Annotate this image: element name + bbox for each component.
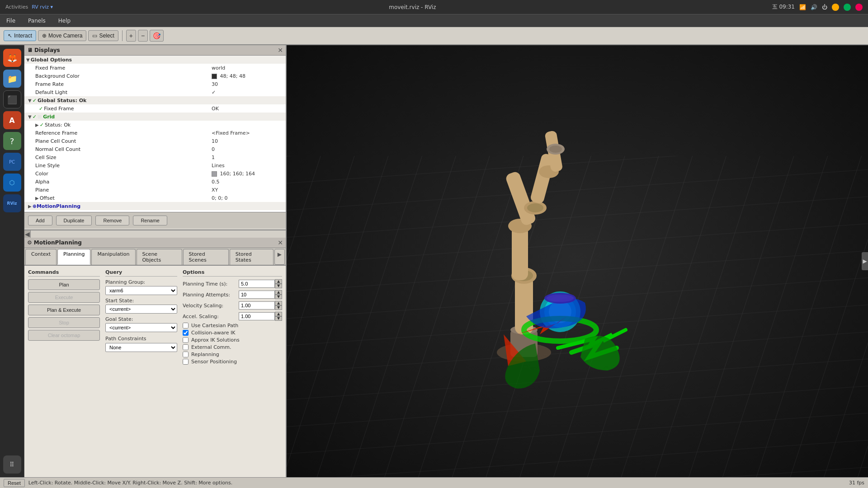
select-button[interactable]: ▭ Select	[88, 30, 118, 41]
sensor-positioning-row[interactable]: Sensor Positioning	[183, 359, 282, 365]
close-button[interactable]	[855, 4, 863, 11]
path-constraints-select[interactable]: None	[105, 343, 177, 352]
reset-button[interactable]: Reset	[4, 479, 25, 487]
use-cartesian-row[interactable]: Use Cartesian Path	[183, 323, 282, 328]
select-label: Select	[99, 33, 114, 39]
right-edge-button[interactable]: ▶	[862, 252, 868, 270]
planning-attempts-down[interactable]: ▼	[275, 295, 282, 299]
line-style-row[interactable]: Line Style Lines	[24, 161, 286, 169]
stop-button[interactable]: Stop	[28, 317, 100, 328]
displays-close-button[interactable]: ✕	[278, 47, 283, 54]
tab-stored-scenes[interactable]: Stored Scenes	[183, 249, 229, 265]
statusbar: Reset Left-Click: Rotate. Middle-Click: …	[0, 477, 868, 488]
accel-down[interactable]: ▼	[275, 316, 282, 321]
default-light-row[interactable]: Default Light ✓	[24, 88, 286, 96]
grid-status-row[interactable]: ▶ ✓ Status: Ok	[24, 121, 286, 129]
dock-libreoffice[interactable]: A	[3, 111, 21, 129]
collapse-button[interactable]: ◀	[24, 230, 31, 238]
query-label: Query	[105, 269, 177, 277]
tab-scene-objects[interactable]: Scene Objects	[137, 249, 182, 265]
tab-manipulation[interactable]: Manipulation	[91, 249, 135, 265]
zoom-in-button[interactable]: +	[126, 30, 136, 42]
planning-attempts-spinbox: 10 ▲ ▼	[239, 290, 282, 299]
3d-viewport[interactable]: ▶	[287, 45, 868, 477]
planning-time-input[interactable]: 5.0	[239, 280, 275, 288]
mp-tree-row[interactable]: ▶ ⊕ MotionPlanning	[24, 202, 286, 210]
alpha-row[interactable]: Alpha 0.5	[24, 178, 286, 186]
power-icon: ⏻	[822, 4, 827, 10]
replanning-checkbox[interactable]	[183, 352, 189, 357]
dock-firefox[interactable]: 🦊	[3, 49, 21, 67]
plan-button[interactable]: Plan	[28, 279, 100, 290]
menu-help[interactable]: Help	[56, 17, 73, 25]
global-status-row[interactable]: ▼ ✓ Global Status: Ok	[24, 96, 286, 104]
offset-row[interactable]: ▶ Offset 0; 0; 0	[24, 194, 286, 202]
gs-fixed-frame-row[interactable]: ✓ Fixed Frame OK	[24, 104, 286, 113]
planning-time-up[interactable]: ▲	[275, 279, 282, 284]
dock-pycharm[interactable]: PC	[3, 153, 21, 171]
maximize-button[interactable]	[844, 4, 851, 11]
plane-row[interactable]: Plane XY	[24, 186, 286, 194]
bg-color-key: Background Color	[35, 73, 212, 79]
frame-rate-row[interactable]: Frame Rate 30	[24, 80, 286, 88]
add-button[interactable]: Add	[28, 216, 52, 225]
tab-planning[interactable]: Planning	[57, 249, 90, 265]
accel-up[interactable]: ▲	[275, 312, 282, 316]
planning-attempts-up[interactable]: ▲	[275, 290, 282, 295]
app-indicator[interactable]: RV rviz ▾	[32, 4, 53, 10]
replanning-row[interactable]: Replanning	[183, 352, 282, 357]
fixed-frame-row[interactable]: Fixed Frame world	[24, 64, 286, 72]
default-light-key: Default Light	[35, 89, 212, 95]
mp-panel-close-button[interactable]: ✕	[278, 239, 283, 246]
planning-time-down[interactable]: ▼	[275, 284, 282, 288]
sensor-positioning-checkbox[interactable]	[183, 359, 189, 365]
velocity-up[interactable]: ▲	[275, 301, 282, 305]
collision-aware-checkbox[interactable]	[183, 330, 189, 336]
execute-button[interactable]: Execute	[28, 292, 100, 303]
dock-rviz[interactable]: RViz	[3, 194, 21, 212]
tab-stored-states[interactable]: Stored States	[230, 249, 274, 265]
dock-terminal[interactable]: ⬛	[3, 90, 21, 108]
external-comm-row[interactable]: External Comm.	[183, 344, 282, 350]
dock-apps[interactable]: ⠿	[3, 455, 21, 474]
approx-ik-checkbox[interactable]	[183, 337, 189, 343]
dock-help[interactable]: ?	[3, 132, 21, 150]
start-state-select[interactable]: <current>	[105, 305, 177, 314]
velocity-down[interactable]: ▼	[275, 305, 282, 310]
accel-scaling-input[interactable]: 1.00	[239, 312, 275, 320]
use-cartesian-checkbox[interactable]	[183, 323, 189, 328]
clear-octomap-button[interactable]: Clear octomap	[28, 330, 100, 341]
ref-frame-row[interactable]: Reference Frame <Fixed Frame>	[24, 129, 286, 137]
minimize-button[interactable]	[832, 4, 839, 11]
interact-button[interactable]: ↖ Interact	[4, 30, 36, 41]
collision-aware-row[interactable]: Collision-aware IK	[183, 330, 282, 336]
duplicate-button[interactable]: Duplicate	[56, 216, 92, 225]
global-options-row[interactable]: ▼ Global Options	[24, 56, 286, 64]
view-button[interactable]: 🎯	[150, 30, 164, 42]
zoom-out-button[interactable]: −	[138, 30, 148, 42]
activities-label[interactable]: Activities	[5, 4, 28, 10]
menu-panels[interactable]: Panels	[25, 17, 48, 25]
move-camera-button[interactable]: ⊕ Move Camera	[38, 30, 86, 41]
velocity-scaling-input[interactable]: 1.00	[239, 301, 275, 310]
tab-overflow-button[interactable]: ▶	[274, 249, 285, 265]
mp-status-row[interactable]: ▶ ✓ Status: Ok	[24, 210, 286, 212]
dock-files[interactable]: 📁	[3, 70, 21, 88]
planning-attempts-input[interactable]: 10	[239, 291, 275, 299]
tab-context[interactable]: Context	[25, 249, 57, 265]
goal-state-select[interactable]: <current>	[105, 323, 177, 332]
normal-cell-row[interactable]: Normal Cell Count 0	[24, 145, 286, 153]
plane-cell-row[interactable]: Plane Cell Count 10	[24, 137, 286, 145]
dock-vscode[interactable]: ⬡	[3, 174, 21, 192]
cell-size-row[interactable]: Cell Size 1	[24, 153, 286, 161]
external-comm-checkbox[interactable]	[183, 344, 189, 350]
plan-execute-button[interactable]: Plan & Execute	[28, 305, 100, 315]
bg-color-row[interactable]: Background Color 48; 48; 48	[24, 72, 286, 80]
color-row[interactable]: Color 160; 160; 164	[24, 169, 286, 178]
rename-button[interactable]: Rename	[133, 216, 167, 225]
approx-ik-row[interactable]: Approx IK Solutions	[183, 337, 282, 343]
remove-button[interactable]: Remove	[95, 216, 129, 225]
planning-group-select[interactable]: xarm6	[105, 286, 177, 295]
grid-row[interactable]: ▼ ✓ ⊞ Grid	[24, 113, 286, 121]
menu-file[interactable]: File	[4, 17, 18, 25]
